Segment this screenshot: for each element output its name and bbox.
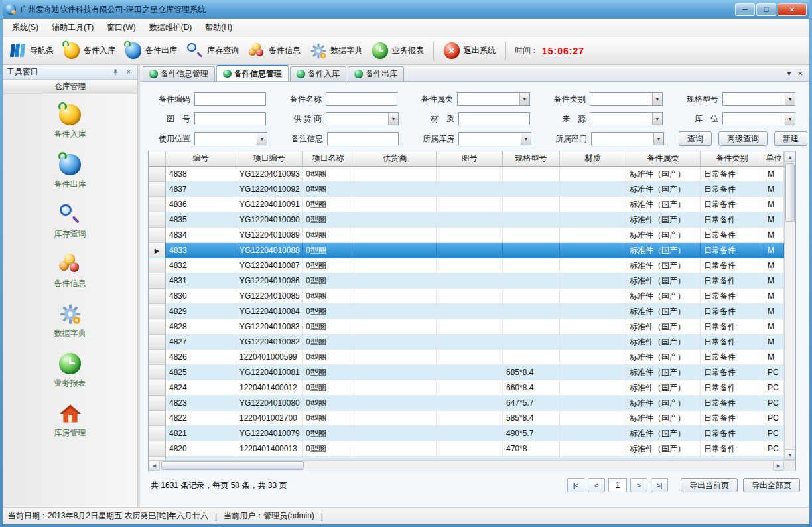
row-selector-cell[interactable] bbox=[149, 289, 166, 304]
table-row[interactable]: 4827YG122040100820型圈标准件（国产）日常备件M bbox=[149, 335, 784, 350]
last-page-button[interactable]: >| bbox=[651, 478, 668, 492]
table-row[interactable]: 4821YG122040100790型圈490*5.7标准件（国产）日常备件PC bbox=[149, 426, 784, 441]
toolbar-item-business-report[interactable]: 业务报表 bbox=[372, 42, 424, 60]
row-selector-cell[interactable] bbox=[149, 273, 166, 289]
spec-model-select[interactable]: ▼ bbox=[722, 92, 795, 106]
vertical-scroll-track[interactable] bbox=[785, 162, 795, 449]
table-row[interactable]: 482012204014000130型圈470*8标准件（国产）日常备件PC bbox=[149, 441, 784, 457]
horizontal-scroll-thumb[interactable] bbox=[161, 461, 304, 470]
table-row[interactable]: 4834YG122040100890型圈标准件（国产）日常备件M bbox=[149, 228, 784, 243]
usage-position-select[interactable]: ▼ bbox=[194, 132, 267, 145]
vertical-scroll-thumb[interactable] bbox=[785, 163, 795, 222]
grid-column-header[interactable]: 项目名称 bbox=[303, 151, 354, 167]
table-row[interactable]: 4830YG122040100850型圈标准件（国产）日常备件M bbox=[149, 289, 784, 304]
row-selector-cell[interactable] bbox=[149, 457, 166, 460]
tab-close-icon[interactable]: × bbox=[797, 68, 803, 78]
row-selector-cell[interactable] bbox=[149, 182, 166, 197]
tab-parts-info-mgmt-1[interactable]: 备件信息管理 bbox=[143, 66, 215, 81]
sidebar-item-parts-info[interactable]: 备件信息 bbox=[31, 253, 110, 289]
horizontal-scrollbar[interactable]: ◀ ▶ bbox=[149, 461, 784, 471]
grid-column-header[interactable]: 材质 bbox=[560, 151, 626, 167]
scroll-up-icon[interactable]: ▲ bbox=[785, 151, 795, 162]
table-row[interactable]: 4835YG122040100900型圈标准件（国产）日常备件M bbox=[149, 212, 784, 228]
pin-icon[interactable] bbox=[111, 68, 120, 77]
row-selector-cell[interactable] bbox=[149, 319, 166, 335]
row-selector-cell[interactable] bbox=[149, 365, 166, 380]
table-row[interactable]: 4832YG122040100870型圈标准件（国产）日常备件M bbox=[149, 258, 784, 273]
table-row[interactable]: 4829YG122040100840型圈标准件（国产）日常备件M bbox=[149, 304, 784, 319]
row-selector-cell[interactable] bbox=[149, 426, 166, 441]
vertical-scrollbar[interactable]: ▲ ▼ bbox=[784, 151, 795, 460]
grid-column-header[interactable]: 编号 bbox=[166, 151, 236, 167]
toolbar-item-stock-query[interactable]: 库存查询 bbox=[186, 42, 239, 60]
drawing-no-input[interactable] bbox=[194, 112, 266, 125]
part-name-input[interactable] bbox=[326, 92, 397, 106]
table-row[interactable]: 标准件（国产）日常备件 bbox=[149, 457, 784, 460]
row-selector-cell[interactable]: ▶ bbox=[149, 243, 166, 258]
toolbar-item-data-dictionary[interactable]: 数据字典 bbox=[310, 42, 362, 60]
query-button[interactable]: 查询 bbox=[679, 131, 712, 146]
table-row[interactable]: 4825YG122040100810型圈685*8.4标准件（国产）日常备件PC bbox=[149, 365, 784, 380]
table-row[interactable]: ▶4833YG122040100880型圈标准件（国产）日常备件M bbox=[149, 243, 784, 258]
tab-list-dropdown-icon[interactable]: ▼ bbox=[786, 70, 793, 77]
page-number-input[interactable]: 1 bbox=[608, 478, 627, 492]
row-selector-cell[interactable] bbox=[149, 396, 166, 411]
sidebar-section-header[interactable]: 仓库管理 bbox=[3, 80, 137, 94]
table-row[interactable]: 4828YG122040100830型圈标准件（国产）日常备件M bbox=[149, 319, 784, 335]
menu-item-3[interactable]: 数据维护(D) bbox=[143, 19, 199, 36]
row-selector-cell[interactable] bbox=[149, 167, 166, 182]
sidebar-item-data-dictionary[interactable]: 数据字典 bbox=[31, 303, 110, 339]
sidebar-item-business-report[interactable]: 业务报表 bbox=[31, 352, 110, 389]
table-row[interactable]: 4823YG122040100800型圈647*5.7标准件（国产）日常备件PC bbox=[149, 396, 784, 411]
source-select[interactable]: ▼ bbox=[590, 112, 663, 125]
warehouse-select[interactable]: ▼ bbox=[458, 132, 531, 145]
minimize-button[interactable]: ─ bbox=[735, 3, 755, 16]
remark-input[interactable] bbox=[327, 132, 399, 145]
menu-item-0[interactable]: 系统(S) bbox=[5, 19, 45, 36]
row-selector-cell[interactable] bbox=[149, 335, 166, 350]
scroll-down-icon[interactable]: ▼ bbox=[785, 449, 795, 460]
horizontal-scroll-track[interactable] bbox=[160, 461, 773, 471]
close-button[interactable]: × bbox=[778, 3, 807, 16]
grid-column-header[interactable]: 项目编号 bbox=[236, 151, 303, 167]
tab-parts-inbound[interactable]: 备件入库 bbox=[290, 66, 346, 81]
row-selector-cell[interactable] bbox=[149, 411, 166, 426]
export-all-pages-button[interactable]: 导出全部页 bbox=[743, 478, 800, 492]
tool-window-close-icon[interactable]: × bbox=[124, 68, 133, 77]
table-row[interactable]: 4838YG122040100930型圈标准件（国产）日常备件M bbox=[149, 167, 784, 182]
grid-column-header[interactable]: 图号 bbox=[437, 151, 503, 167]
toolbar-item-navigator[interactable]: 导航条 bbox=[9, 42, 54, 60]
prev-page-button[interactable]: < bbox=[588, 478, 605, 492]
menu-item-1[interactable]: 辅助工具(T) bbox=[45, 19, 100, 36]
row-selector-cell[interactable] bbox=[149, 197, 166, 212]
maximize-button[interactable]: □ bbox=[756, 3, 776, 16]
supplier-select[interactable]: ▼ bbox=[326, 112, 399, 125]
grid-column-header[interactable]: 备件属类 bbox=[626, 151, 701, 167]
grid-column-header[interactable]: 供货商 bbox=[354, 151, 437, 167]
part-code-input[interactable] bbox=[194, 92, 266, 106]
export-current-page-button[interactable]: 导出当前页 bbox=[681, 478, 738, 492]
grid-column-header[interactable]: 备件类别 bbox=[701, 151, 764, 167]
part-category-select[interactable]: ▼ bbox=[457, 92, 530, 106]
tab-parts-info-mgmt-2[interactable]: 备件信息管理 bbox=[216, 65, 289, 81]
table-row[interactable]: 4831YG122040100860型圈标准件（国产）日常备件M bbox=[149, 273, 784, 289]
scroll-right-icon[interactable]: ▶ bbox=[773, 461, 784, 471]
row-selector-cell[interactable] bbox=[149, 441, 166, 457]
location-select[interactable]: ▼ bbox=[722, 112, 795, 125]
row-selector-cell[interactable] bbox=[149, 304, 166, 319]
toolbar-item-parts-outbound[interactable]: 备件出库 bbox=[125, 42, 177, 60]
sidebar-item-warehouse-mgmt[interactable]: 库房管理 bbox=[31, 402, 110, 439]
sidebar-item-stock-query[interactable]: 库存查询 bbox=[31, 203, 110, 240]
row-selector-cell[interactable] bbox=[149, 380, 166, 396]
toolbar-item-parts-info[interactable]: 备件信息 bbox=[248, 42, 301, 60]
row-selector-cell[interactable] bbox=[149, 350, 166, 365]
table-row[interactable]: 482612204010005990型圈标准件（国产）日常备件M bbox=[149, 350, 784, 365]
next-page-button[interactable]: > bbox=[630, 478, 647, 492]
toolbar-item-exit-system[interactable]: × 退出系统 bbox=[443, 42, 496, 60]
material-input[interactable] bbox=[458, 112, 530, 125]
sidebar-item-parts-outbound[interactable]: 备件出库 bbox=[31, 153, 110, 190]
menu-item-2[interactable]: 窗口(W) bbox=[100, 19, 142, 36]
table-row[interactable]: 4837YG122040100920型圈标准件（国产）日常备件M bbox=[149, 182, 784, 197]
sidebar-item-parts-inbound[interactable]: 备件入库 bbox=[31, 104, 110, 140]
grid-column-header[interactable]: 单位 bbox=[764, 151, 784, 167]
